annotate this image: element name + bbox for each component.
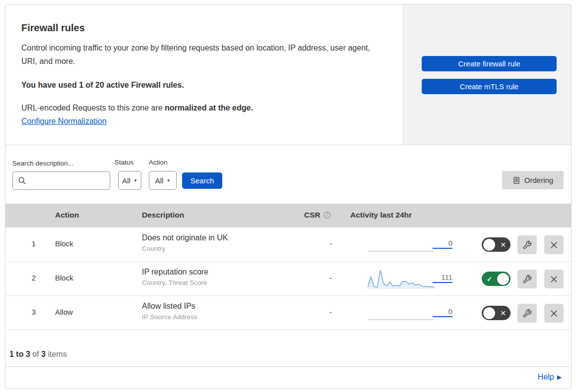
table-row: 1 Block Does not originate in UK Country… xyxy=(5,227,571,262)
wrench-icon xyxy=(522,275,532,284)
rule-priority: 2 xyxy=(25,274,42,282)
wrench-icon xyxy=(522,240,532,250)
x-icon: ✕ xyxy=(500,241,506,249)
toggle-knob xyxy=(483,307,495,319)
table-row: 2 Block IP reputation score Country, Thr… xyxy=(5,262,571,296)
action-filter-value: All xyxy=(155,176,164,185)
page-description: Control incoming traffic to your zone by… xyxy=(21,41,375,68)
delete-rule-button[interactable] xyxy=(544,270,564,288)
rule-description: Allow listed IPs IP Source Address xyxy=(142,302,197,321)
delete-rule-button[interactable] xyxy=(544,304,564,323)
rule-description-text: Allow listed IPs xyxy=(142,302,197,311)
search-input[interactable] xyxy=(29,177,110,185)
page-title: Firewall rules xyxy=(21,22,85,34)
action-filter-label: Action xyxy=(149,159,168,166)
chevron-right-icon: ▶ xyxy=(557,374,562,381)
rule-enabled-toggle[interactable]: ✓ ✕ xyxy=(482,237,511,252)
firewall-rules-card: Firewall rules Control incoming traffic … xyxy=(5,4,572,389)
search-label: Search description... xyxy=(12,160,73,167)
info-icon[interactable] xyxy=(323,211,331,219)
activity-sparkline xyxy=(368,302,435,324)
toggle-knob xyxy=(497,273,509,285)
items-count-text: 1 to 3 of 3 items xyxy=(9,350,67,359)
edit-rule-button[interactable] xyxy=(517,270,537,288)
create-mtls-rule-button[interactable]: Create mTLS rule xyxy=(422,79,557,94)
configure-normalization-link[interactable]: Configure Normalization xyxy=(21,117,107,126)
column-header-description: Description xyxy=(142,211,184,220)
status-filter-label: Status xyxy=(115,159,133,166)
filter-bar: Search description... Status All ▼ Actio… xyxy=(5,146,571,204)
x-icon: ✕ xyxy=(500,309,506,317)
list-document-icon xyxy=(512,176,520,184)
rule-priority: 3 xyxy=(25,308,42,316)
search-icon xyxy=(18,176,26,185)
items-range: 1 to 3 xyxy=(9,350,30,358)
create-firewall-rule-button[interactable]: Create firewall rule xyxy=(422,56,557,71)
edit-rule-button[interactable] xyxy=(517,304,537,323)
firewall-rules-page: Firewall rules Control incoming traffic … xyxy=(0,0,576,392)
close-icon xyxy=(550,309,558,318)
csr-label: CSR xyxy=(304,211,320,220)
ordering-button-label: Ordering xyxy=(524,176,553,184)
chevron-down-icon: ▼ xyxy=(166,178,170,183)
rule-action: Block xyxy=(55,239,73,248)
hero-actions-panel: Create firewall rule Create mTLS rule xyxy=(403,4,571,145)
chevron-down-icon: ▼ xyxy=(133,178,137,183)
rule-csr-value: - xyxy=(303,239,332,248)
normalization-note-prefix: URL-encoded Requests to this zone are xyxy=(21,104,165,112)
check-icon: ✓ xyxy=(487,275,492,282)
close-icon xyxy=(550,241,558,249)
rule-csr-value: - xyxy=(303,308,332,316)
ordering-button[interactable]: Ordering xyxy=(502,171,564,189)
hero-section: Firewall rules Control incoming traffic … xyxy=(5,4,571,145)
normalization-note-bold: normalized at the edge. xyxy=(165,104,253,112)
activity-sparkline xyxy=(368,234,435,256)
column-header-action: Action xyxy=(55,211,79,220)
normalization-note: URL-encoded Requests to this zone are no… xyxy=(21,104,253,112)
activity-count-link[interactable]: 0 xyxy=(433,239,452,249)
column-header-activity: Activity last 24hr xyxy=(350,211,412,220)
activity-sparkline xyxy=(368,268,435,290)
rule-enabled-toggle[interactable]: ✓ ✕ xyxy=(482,272,511,286)
items-total: 3 xyxy=(41,350,46,358)
help-link[interactable]: Help ▶ xyxy=(538,373,562,382)
rule-description: IP reputation score Country, Threat Scor… xyxy=(142,268,208,286)
table-header: Action Description CSR Activity last 24h… xyxy=(5,204,571,227)
rule-criteria-text: Country, Threat Score xyxy=(142,279,208,286)
edit-rule-button[interactable] xyxy=(517,235,537,254)
status-filter-dropdown[interactable]: All ▼ xyxy=(118,171,141,190)
rule-action: Block xyxy=(55,274,73,282)
activity-count-link[interactable]: 111 xyxy=(433,273,452,283)
help-bar: Help ▶ xyxy=(5,367,571,388)
action-filter-dropdown[interactable]: All ▼ xyxy=(149,171,177,190)
rule-description: Does not originate in UK Country xyxy=(142,233,228,252)
items-of-word: of xyxy=(32,350,39,358)
rule-action: Allow xyxy=(55,308,73,316)
table-summary-bar: 1 to 3 of 3 items xyxy=(5,330,571,367)
close-icon xyxy=(550,275,558,283)
status-filter-value: All xyxy=(122,176,130,185)
search-button[interactable]: Search xyxy=(182,172,222,189)
rule-criteria-text: IP Source Address xyxy=(142,313,197,321)
activity-count-link[interactable]: 0 xyxy=(433,307,452,317)
items-word: items xyxy=(48,350,66,358)
rule-enabled-toggle[interactable]: ✓ ✕ xyxy=(482,306,511,320)
column-header-csr: CSR xyxy=(304,211,331,220)
help-link-label: Help xyxy=(538,373,554,382)
rule-description-text: Does not originate in UK xyxy=(142,233,228,242)
rule-criteria-text: Country xyxy=(142,245,228,252)
rule-priority: 1 xyxy=(25,239,42,248)
delete-rule-button[interactable] xyxy=(544,235,564,254)
rule-csr-value: - xyxy=(303,274,332,282)
rule-description-text: IP reputation score xyxy=(142,268,208,277)
table-row: 3 Allow Allow listed IPs IP Source Addre… xyxy=(5,296,571,330)
search-input-wrapper xyxy=(12,171,110,190)
wrench-icon xyxy=(522,309,532,318)
toggle-knob xyxy=(483,239,495,251)
usage-summary: You have used 1 of 20 active Firewall ru… xyxy=(21,81,184,90)
hero-text-panel: Firewall rules Control incoming traffic … xyxy=(5,4,403,145)
